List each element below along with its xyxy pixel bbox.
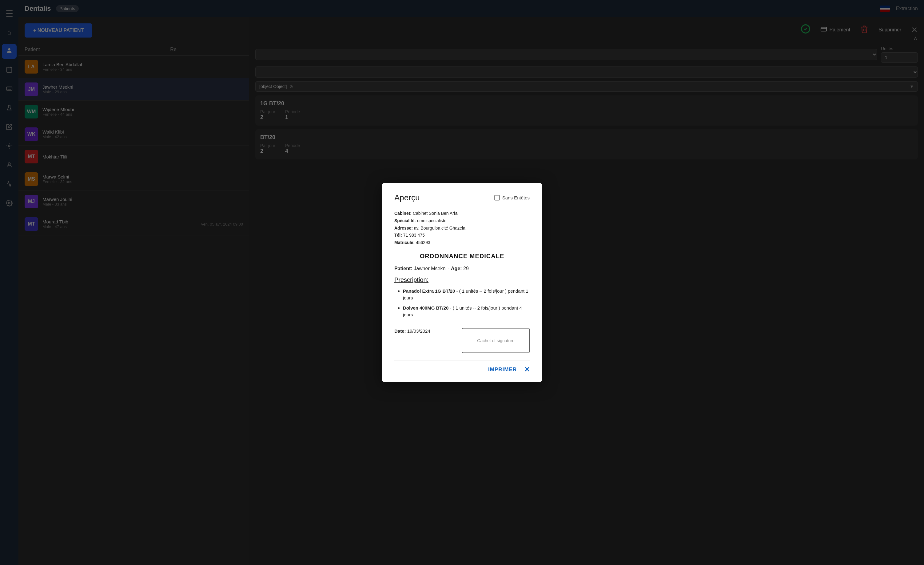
sans-entetes-label: Sans Entêtes xyxy=(502,195,530,200)
date-value: 19/03/2024 xyxy=(407,328,430,333)
tel-label: Tél: xyxy=(394,233,402,237)
signature-box: Cachet et signature xyxy=(462,328,530,353)
modal-apercu: Aperçu Sans Entêtes Cabinet: Cabinet Son… xyxy=(382,183,542,382)
drug-name-1: Panadol Extra 1G BT/20 xyxy=(403,288,455,293)
modal-footer: Date: 19/03/2024 Cachet et signature xyxy=(394,328,530,353)
modal-actions: IMPRIMER ✕ xyxy=(394,360,530,373)
adresse-value: av. Bourguiba cité Ghazela xyxy=(414,225,465,230)
sans-entetes-checkbox[interactable]: Sans Entêtes xyxy=(494,195,530,200)
age-value: 29 xyxy=(463,266,469,271)
date-section: Date: 19/03/2024 xyxy=(394,328,430,333)
date-label: Date: xyxy=(394,328,406,333)
list-item: Panadol Extra 1G BT/20 - ( 1 unités -- 2… xyxy=(403,287,530,301)
patient-label: Patient: xyxy=(394,266,412,271)
adresse-label: Adresse: xyxy=(394,225,413,230)
cabinet-info: Cabinet: Cabinet Sonia Ben Arfa Spéciali… xyxy=(394,210,530,246)
patient-name: Jawher Msekni xyxy=(414,266,447,271)
matricule-value: 456293 xyxy=(416,240,430,245)
drug-name-2: Dolven 400MG BT/20 xyxy=(403,305,448,310)
specialite-label: Spécialité: xyxy=(394,218,416,223)
imprimer-button[interactable]: IMPRIMER xyxy=(488,366,517,373)
patient-line: Patient: Jawher Msekni - Age: 29 xyxy=(394,266,530,271)
close-modal-button[interactable]: ✕ xyxy=(524,365,530,373)
list-item: Dolven 400MG BT/20 - ( 1 unités -- 2 foi… xyxy=(403,304,530,318)
prescription-title: Prescription: xyxy=(394,276,530,283)
signature-placeholder: Cachet et signature xyxy=(477,338,514,343)
modal-header: Aperçu Sans Entêtes xyxy=(394,193,530,203)
cabinet-label: Cabinet: xyxy=(394,211,411,216)
cabinet-value: Cabinet Sonia Ben Arfa xyxy=(413,211,458,216)
ordonnance-title: ORDONNANCE MEDICALE xyxy=(394,252,530,259)
prescription-list: Panadol Extra 1G BT/20 - ( 1 unités -- 2… xyxy=(394,287,530,318)
modal-title: Aperçu xyxy=(394,193,420,203)
modal-header-right: Sans Entêtes xyxy=(494,195,530,200)
checkbox-box xyxy=(494,195,500,200)
age-label: Age: xyxy=(451,266,462,271)
tel-value: 71 983 475 xyxy=(403,233,425,237)
specialite-value: omnispecialiste xyxy=(417,218,447,223)
matricule-label: Matricule: xyxy=(394,240,415,245)
